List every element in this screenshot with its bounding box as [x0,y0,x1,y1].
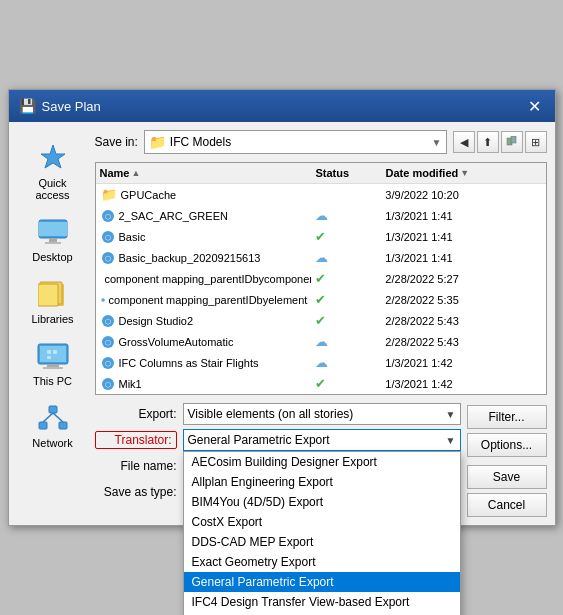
file-date-cell: 2/28/2022 5:43 [381,335,544,349]
col-header-name[interactable]: Name ▲ [96,165,312,181]
sidebar-item-libraries[interactable]: Libraries [19,272,87,330]
network-label: Network [32,437,72,449]
sidebar-item-network[interactable]: Network [19,396,87,454]
cloud-status-icon: ☁ [315,334,328,349]
file-status-cell: ✔ [311,270,381,287]
table-row[interactable]: ⬡ component mapping_parentIDbycomponent … [96,268,546,289]
sidebar-item-desktop[interactable]: Desktop [19,210,87,268]
file-icon: ⬡ [101,377,115,391]
file-status-cell: ✔ [311,312,381,329]
file-name: component mapping_parentIDbycomponent [105,273,312,285]
sidebar-item-this-pc[interactable]: This PC [19,334,87,392]
svg-rect-3 [49,238,57,242]
translator-select[interactable]: General Parametric Export ▼ [183,429,461,451]
dialog-body: Quick access Desktop [9,122,555,525]
table-row[interactable]: ⬡ Design Studio2 ✔ 2/28/2022 5:43 [96,310,546,331]
svg-rect-14 [47,356,51,359]
export-label: Export: [95,407,177,421]
table-row[interactable]: ⬡ Mik1 ✔ 1/3/2021 1:42 [96,373,546,394]
file-list-container: Name ▲ Status Date modified ▼ 📁 GPUCache [95,162,547,395]
check-status-icon: ✔ [315,313,326,328]
file-date-cell: 1/3/2021 1:42 [381,377,544,391]
filename-label: File name: [95,459,177,473]
filter-button[interactable]: Filter... [467,405,547,429]
close-button[interactable]: ✕ [525,96,545,116]
date-sort-arrow: ▼ [460,168,469,178]
file-list[interactable]: 📁 GPUCache 3/9/2022 10:20 ⬡ 2_SAC_ARC_GR… [96,184,546,394]
quick-access-icon [35,139,71,175]
cancel-button[interactable]: Cancel [467,493,547,517]
translator-dropdown-item[interactable]: General Parametric Export [184,572,460,592]
table-row[interactable]: 📁 GPUCache 3/9/2022 10:20 [96,184,546,205]
save-in-select[interactable]: 📁 IFC Models ▼ [144,130,447,154]
file-date-cell: 2/28/2022 5:27 [381,272,544,286]
table-row[interactable]: ⬡ IFC Columns as Stair Flights ☁ 1/3/202… [96,352,546,373]
bottom-form: Export: Visible elements (on all stories… [95,403,547,517]
svg-text:⬡: ⬡ [105,213,111,220]
file-name-cell: ⬡ Mik1 [97,376,312,392]
file-icon: ⬡ [101,209,115,223]
export-value: Visible elements (on all stories) [188,407,446,421]
options-button[interactable]: Options... [467,433,547,457]
file-icon: ⬡ [101,251,115,265]
translator-dropdown-item[interactable]: IFC4 Design Transfer View-based Export [184,592,460,612]
recent-btn[interactable] [501,131,523,153]
dialog-title-icon: 💾 [19,98,36,114]
file-icon: ⬡ [101,314,115,328]
svg-rect-13 [53,350,57,354]
file-list-header: Name ▲ Status Date modified ▼ [96,163,546,184]
translator-dropdown-item[interactable]: CostX Export [184,512,460,532]
file-status-cell: ☁ [311,354,381,371]
check-status-icon: ✔ [315,271,326,286]
export-row: Export: Visible elements (on all stories… [95,403,461,425]
file-date-cell: 2/28/2022 5:43 [381,314,544,328]
table-row[interactable]: ⬡ Basic ✔ 1/3/2021 1:41 [96,226,546,247]
table-row[interactable]: ⬡ component mapping_parentIDbyelement ✔ … [96,289,546,310]
file-status-cell [311,194,381,196]
title-bar: 💾 Save Plan ✕ [9,90,555,122]
name-sort-arrow: ▲ [131,168,140,178]
libraries-label: Libraries [31,313,73,325]
file-name-cell: ⬡ Design Studio2 [97,313,312,329]
svg-line-18 [43,413,53,422]
folder-icon: 📁 [101,187,117,202]
save-plan-dialog: 💾 Save Plan ✕ Quick access [8,89,556,526]
translator-dropdown-item[interactable]: AECosim Building Designer Export [184,452,460,472]
save-in-dropdown-arrow: ▼ [432,137,442,148]
back-btn[interactable]: ◀ [453,131,475,153]
file-status-cell: ☁ [311,333,381,350]
view-btn[interactable]: ⊞ [525,131,547,153]
svg-rect-4 [45,242,61,244]
file-date-cell: 3/9/2022 10:20 [381,188,544,202]
desktop-label: Desktop [32,251,72,263]
svg-rect-2 [39,222,67,236]
col-header-status[interactable]: Status [312,165,382,181]
table-row[interactable]: ⬡ 2_SAC_ARC_GREEN ☁ 1/3/2021 1:41 [96,205,546,226]
translator-dropdown-item[interactable]: BIM4You (4D/5D) Export [184,492,460,512]
save-button[interactable]: Save [467,465,547,489]
dialog-title: Save Plan [42,99,101,114]
svg-rect-9 [40,346,66,362]
table-row[interactable]: ⬡ Basic_backup_20209215613 ☁ 1/3/2021 1:… [96,247,546,268]
translator-dropdown-item[interactable]: DDS-CAD MEP Export [184,532,460,552]
title-bar-left: 💾 Save Plan [19,98,101,114]
col-header-date[interactable]: Date modified ▼ [382,165,546,181]
export-select[interactable]: Visible elements (on all stories) ▼ [183,403,461,425]
file-date-cell: 1/3/2021 1:42 [381,356,544,370]
sidebar: Quick access Desktop [17,130,89,517]
svg-rect-17 [59,422,67,429]
translator-dropdown-item[interactable]: Allplan Engineering Export [184,472,460,492]
file-name: Design Studio2 [119,315,194,327]
file-date-cell: 1/3/2021 1:41 [381,230,544,244]
file-name-cell: ⬡ 2_SAC_ARC_GREEN [97,208,312,224]
svg-rect-12 [47,350,51,354]
up-btn[interactable]: ⬆ [477,131,499,153]
file-status-cell: ✔ [311,291,381,308]
sidebar-item-quick-access[interactable]: Quick access [19,134,87,206]
file-name: Basic [119,231,146,243]
file-status-cell: ✔ [311,375,381,392]
svg-text:⬡: ⬡ [105,339,111,346]
table-row[interactable]: ⬡ GrossVolumeAutomatic ☁ 2/28/2022 5:43 [96,331,546,352]
svg-rect-22 [511,136,516,143]
translator-dropdown-item[interactable]: Exact Geometry Export [184,552,460,572]
